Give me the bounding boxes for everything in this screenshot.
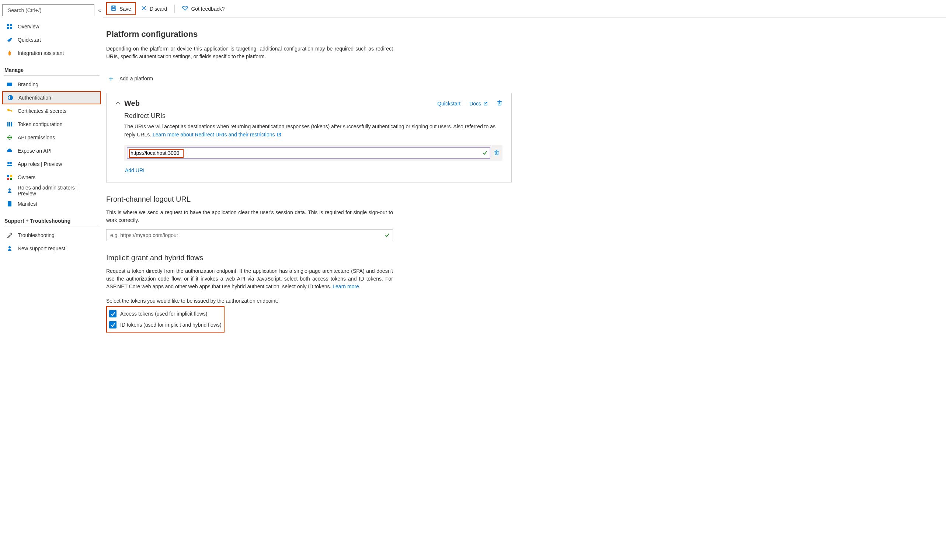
search-box[interactable]	[2, 5, 94, 16]
sidebar-item-owners[interactable]: Owners	[2, 171, 101, 184]
sidebar-item-authentication[interactable]: Authentication	[2, 91, 101, 104]
external-link-icon	[277, 132, 281, 137]
sidebar-item-branding[interactable]: Branding	[2, 78, 101, 91]
sidebar-item-label: API permissions	[18, 135, 55, 140]
add-uri-link[interactable]: Add URI	[125, 168, 145, 173]
authentication-icon	[7, 95, 14, 101]
sidebar-item-label: Integration assistant	[18, 50, 64, 56]
docs-link[interactable]: Docs	[469, 101, 488, 106]
sidebar-item-token-configuration[interactable]: Token configuration	[2, 118, 101, 131]
search-input[interactable]	[7, 7, 91, 14]
svg-rect-27	[112, 8, 115, 10]
sidebar-item-label: Branding	[18, 82, 38, 88]
branding-icon	[6, 82, 13, 88]
key-icon	[6, 108, 13, 114]
sidebar-item-label: Overview	[18, 24, 39, 29]
redirect-learn-more-link[interactable]: Learn more about Redirect URIs and their…	[152, 132, 281, 137]
checkbox-checked-icon[interactable]	[109, 310, 117, 317]
sidebar-item-app-roles[interactable]: App roles | Preview	[2, 157, 101, 171]
svg-rect-6	[7, 83, 12, 86]
wrench-icon	[6, 232, 13, 238]
add-platform-label: Add a platform	[120, 75, 153, 82]
token-select-prompt: Select the tokens you would like to be i…	[106, 298, 943, 304]
redirect-uri-input[interactable]	[128, 148, 489, 158]
sidebar-item-new-support-request[interactable]: New support request	[2, 242, 101, 255]
toolbar-separator	[174, 5, 175, 13]
close-icon	[141, 5, 147, 12]
check-icon	[385, 232, 390, 238]
main: Save Discard Got feedback? Platform conf…	[103, 0, 946, 560]
platform-title: Web	[124, 99, 140, 108]
redirect-uris-desc: The URIs we will accept as destinations …	[124, 123, 503, 138]
sidebar-item-label: New support request	[18, 246, 65, 251]
trash-icon	[497, 100, 503, 106]
token-config-icon	[6, 121, 13, 127]
quickstart-link[interactable]: Quickstart	[437, 101, 460, 106]
save-label: Save	[120, 6, 131, 12]
checkbox-checked-icon[interactable]	[109, 321, 117, 328]
svg-rect-23	[8, 201, 11, 206]
svg-rect-12	[9, 122, 10, 126]
sidebar: « Overview Quickstart Integration assist…	[0, 0, 103, 560]
implicit-learn-more-link[interactable]: Learn more.	[332, 283, 360, 289]
delete-platform-button[interactable]	[497, 100, 503, 107]
sidebar-item-label: Manifest	[18, 201, 37, 207]
svg-point-16	[8, 162, 9, 164]
collapse-sidebar-button[interactable]: «	[98, 8, 101, 13]
sidebar-group-manage: Manage	[4, 62, 100, 75]
svg-rect-10	[11, 110, 12, 112]
sidebar-item-label: Owners	[18, 174, 35, 180]
sidebar-item-label: Certificates & secrets	[18, 108, 66, 114]
check-icon	[482, 150, 488, 156]
toolbar: Save Discard Got feedback?	[103, 0, 946, 18]
sidebar-item-quickstart[interactable]: Quickstart	[2, 33, 101, 46]
svg-rect-11	[8, 122, 8, 126]
redirect-uris-title: Redirect URIs	[124, 112, 503, 120]
sidebar-item-label: Roles and administrators | Preview	[18, 185, 97, 197]
discard-label: Discard	[150, 6, 167, 12]
heart-icon	[182, 5, 188, 12]
sidebar-item-integration-assistant[interactable]: Integration assistant	[2, 46, 101, 60]
platform-card-web: Web Quickstart Docs Redirect U	[106, 93, 512, 183]
discard-button[interactable]: Discard	[137, 3, 171, 14]
logout-desc: This is where we send a request to have …	[106, 209, 393, 224]
svg-rect-4	[7, 27, 9, 29]
sidebar-item-overview[interactable]: Overview	[2, 20, 101, 33]
svg-point-22	[8, 188, 11, 191]
api-permissions-icon	[6, 135, 13, 140]
sidebar-item-expose-api[interactable]: Expose an API	[2, 144, 101, 157]
expose-api-icon	[6, 148, 13, 154]
logout-title: Front-channel logout URL	[106, 195, 943, 203]
manifest-icon	[6, 201, 13, 207]
app-roles-icon	[6, 161, 13, 167]
access-tokens-checkbox-row[interactable]: Access tokens (used for implicit flows)	[109, 308, 222, 319]
sidebar-item-label: Token configuration	[18, 121, 62, 127]
sidebar-item-certificates-secrets[interactable]: Certificates & secrets	[2, 104, 101, 118]
sidebar-group-support: Support + Troubleshooting	[4, 213, 100, 226]
add-platform-button[interactable]: ＋ Add a platform	[107, 74, 153, 83]
sidebar-item-troubleshooting[interactable]: Troubleshooting	[2, 229, 101, 242]
rocket-icon	[6, 50, 13, 56]
sidebar-item-roles-admins[interactable]: Roles and administrators | Preview	[2, 184, 101, 197]
svg-rect-19	[10, 175, 12, 177]
docs-label: Docs	[469, 101, 481, 106]
delete-uri-button[interactable]	[494, 150, 500, 157]
svg-rect-2	[7, 24, 9, 26]
logout-url-input-wrap[interactable]	[106, 229, 393, 241]
save-icon	[111, 5, 117, 12]
svg-point-24	[8, 246, 11, 248]
logout-url-input[interactable]	[109, 232, 385, 238]
svg-rect-18	[7, 175, 9, 177]
overview-icon	[6, 24, 13, 29]
svg-rect-3	[10, 24, 12, 26]
svg-rect-5	[10, 27, 12, 29]
id-tokens-checkbox-row[interactable]: ID tokens (used for implicit and hybrid …	[109, 319, 222, 330]
token-highlight-box: Access tokens (used for implicit flows) …	[106, 306, 225, 332]
sidebar-item-api-permissions[interactable]: API permissions	[2, 131, 101, 144]
external-link-icon	[483, 102, 488, 106]
chevron-up-icon[interactable]	[115, 99, 120, 108]
sidebar-item-manifest[interactable]: Manifest	[2, 197, 101, 211]
save-button[interactable]: Save	[106, 2, 136, 15]
redirect-uri-input-wrap[interactable]	[127, 148, 490, 158]
feedback-button[interactable]: Got feedback?	[178, 3, 228, 14]
